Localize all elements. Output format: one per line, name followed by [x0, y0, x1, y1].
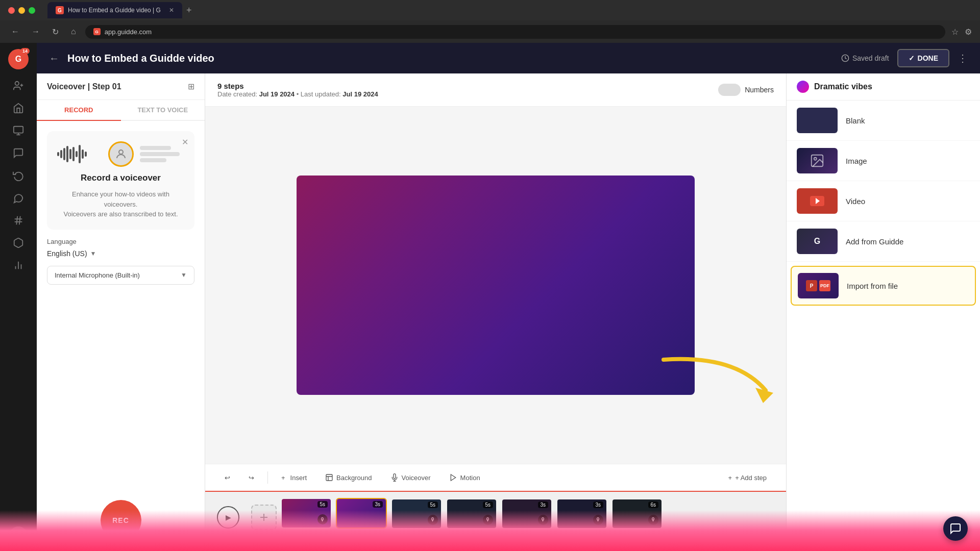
panel-option-image[interactable]: Image [787, 141, 980, 181]
waveform-avatar [108, 141, 134, 167]
voiceover-tabs: RECORD TEXT TO VOICE [37, 100, 205, 121]
panel-thumb-image [797, 148, 838, 173]
nav-refresh-icon[interactable] [8, 165, 29, 186]
back-button[interactable]: ← [8, 25, 22, 38]
nav-brand-avatar[interactable]: G 14 [8, 49, 29, 69]
waveform-bar [82, 149, 84, 159]
dramatic-vibes-icon [797, 81, 809, 93]
panel-thumb-video [797, 188, 838, 214]
waveform-bars [57, 144, 102, 164]
guidde-g-icon: G [814, 237, 820, 246]
nav-analytics-icon[interactable] [8, 255, 29, 276]
maximize-window-button[interactable] [29, 7, 35, 14]
home-button[interactable]: ⌂ [68, 25, 79, 38]
right-panel-title: Dramatic vibes [814, 82, 872, 91]
reload-button[interactable]: ↻ [49, 25, 62, 39]
svg-rect-16 [326, 474, 332, 481]
motion-button[interactable]: Motion [442, 469, 487, 486]
panel-option-image-label: Image [846, 157, 867, 165]
ppt-icon: P [806, 280, 817, 291]
panel-option-video[interactable]: Video [787, 181, 980, 221]
numbers-toggle-switch[interactable] [718, 84, 741, 96]
nav-puzzle-icon[interactable] [8, 233, 29, 253]
waveform-bar [85, 152, 87, 157]
slide-gradient-bg [297, 176, 695, 395]
done-button[interactable]: ✓ DONE [897, 49, 949, 67]
new-tab-button[interactable]: + [184, 3, 194, 18]
minimize-window-button[interactable] [18, 7, 25, 14]
waveform-bar [79, 145, 81, 163]
browser-tabs: G How to Embed a Guidde video | G ✕ + [47, 2, 972, 18]
panel-option-import-label: Import from file [847, 282, 898, 290]
address-favicon: G [93, 28, 101, 35]
panel-option-guidde-label: Add from Guidde [846, 237, 903, 246]
undo-icon: ↩ [225, 474, 230, 482]
grid-icon[interactable]: ⊞ [188, 82, 194, 91]
motion-icon [449, 473, 457, 482]
bookmark-icon[interactable]: ☆ [951, 27, 959, 37]
nav-home-icon[interactable] [8, 98, 29, 118]
youtube-play-icon [816, 198, 820, 204]
forward-button[interactable]: → [29, 25, 43, 38]
undo-button[interactable]: ↩ [217, 470, 237, 486]
main-content: Voiceover | Step 01 ⊞ RECORD TEXT TO VOI… [37, 73, 980, 551]
numbers-toggle[interactable]: Numbers [718, 84, 774, 96]
more-options-button[interactable]: ⋮ [958, 52, 968, 64]
chat-bubble-icon [949, 522, 962, 535]
close-window-button[interactable] [8, 7, 15, 14]
nav-tools-icon[interactable] [8, 210, 29, 231]
browser-toolbar: ← → ↻ ⌂ G app.guidde.com ☆ ⚙ [0, 20, 980, 43]
panel-option-video-label: Video [846, 197, 865, 206]
header-actions: Saved draft ✓ DONE ⋮ [841, 49, 968, 67]
svg-point-14 [119, 150, 123, 154]
background-button[interactable]: Background [318, 469, 379, 486]
waveform-bar [66, 146, 68, 162]
clip-duration: 5s [428, 502, 438, 508]
image-thumb-icon [810, 153, 825, 168]
insert-plus-icon: + [281, 474, 285, 482]
waveform-bar [63, 148, 65, 160]
browser-toolbar-actions: ☆ ⚙ [951, 27, 972, 37]
nav-chat-icon[interactable] [8, 143, 29, 163]
date-info: Date created: Jul 19 2024 • Last updated… [217, 90, 378, 98]
tab-title: How to Embed a Guidde video | G [68, 7, 161, 14]
youtube-icon [810, 196, 824, 206]
done-checkmark-icon: ✓ [909, 54, 915, 62]
editor-info-bar: 9 steps Date created: Jul 19 2024 • Last… [205, 73, 786, 107]
panel-option-blank[interactable]: Blank [787, 101, 980, 141]
tab-close-icon[interactable]: ✕ [169, 7, 174, 14]
app-header: ← How to Embed a Guidde video Saved draf… [37, 43, 980, 73]
extensions-icon[interactable]: ⚙ [965, 27, 972, 37]
nav-feedback-icon[interactable] [8, 188, 29, 208]
chat-bubble-button[interactable] [943, 516, 968, 541]
active-tab[interactable]: G How to Embed a Guidde video | G ✕ [47, 2, 182, 18]
redo-button[interactable]: ↪ [241, 470, 261, 486]
panel-option-import[interactable]: P PDF Import from file [791, 266, 976, 306]
nav-video-icon[interactable] [8, 120, 29, 141]
left-nav: G 14 [0, 43, 37, 551]
right-panel-header: Dramatic vibes [787, 73, 980, 101]
tab-record[interactable]: RECORD [37, 100, 121, 121]
nav-add-user-icon[interactable] [8, 76, 29, 96]
voiceover-button[interactable]: Voiceover [383, 469, 438, 486]
slide-canvas[interactable] [297, 176, 695, 395]
editor-toolbar: ↩ ↪ + Insert Background [205, 464, 786, 491]
insert-button[interactable]: + Insert [274, 470, 314, 486]
address-bar[interactable]: G app.guidde.com [85, 25, 945, 39]
back-button[interactable]: ← [49, 53, 59, 64]
app-container: G 14 [0, 43, 980, 551]
clip-duration: 5s [483, 502, 494, 508]
browser-chrome: G How to Embed a Guidde video | G ✕ + ← … [0, 0, 980, 43]
nav-badge: 14 [20, 48, 30, 54]
saved-draft-label: Saved draft [852, 54, 889, 62]
waveform-bar [60, 150, 62, 158]
voiceover-close-icon[interactable]: ✕ [182, 137, 188, 147]
panel-option-guidde[interactable]: G Add from Guidde [787, 221, 980, 262]
add-step-button[interactable]: + + Add step [721, 470, 774, 486]
gradient-overlay [0, 510, 980, 551]
tab-text-to-voice[interactable]: TEXT TO VOICE [121, 100, 205, 120]
canvas-area [205, 107, 786, 464]
svg-point-23 [814, 158, 817, 160]
mic-select[interactable]: Internal Microphone (Built-in) ▼ [47, 266, 194, 285]
language-select[interactable]: English (US) ▼ [47, 249, 194, 258]
